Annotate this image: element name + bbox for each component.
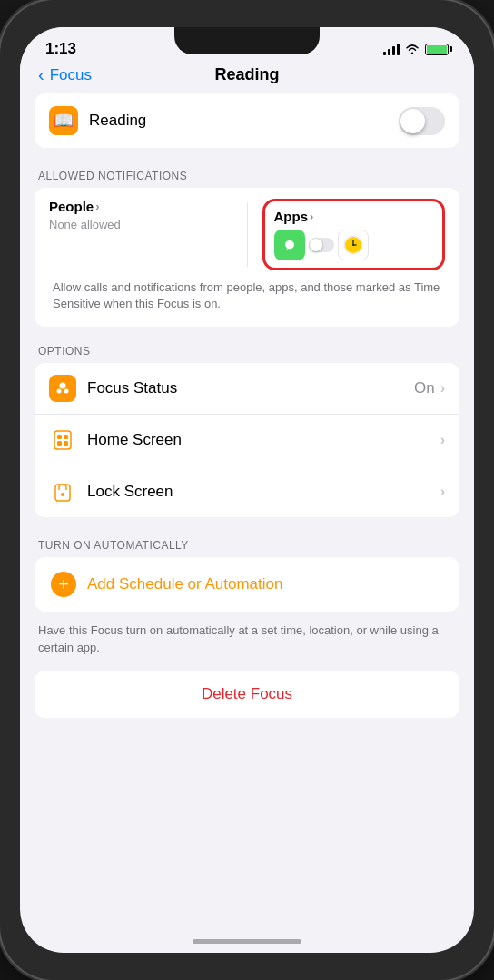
signal-bar-1 xyxy=(383,52,386,55)
svg-point-8 xyxy=(64,389,69,394)
svg-point-7 xyxy=(57,389,62,394)
reading-toggle-card: 📖 Reading xyxy=(35,93,459,148)
phone-frame: 1:13 xyxy=(0,0,494,980)
back-label: Focus xyxy=(50,66,92,84)
apps-column[interactable]: Apps › xyxy=(262,199,446,270)
options-label: OPTIONS xyxy=(35,330,459,363)
lock-screen-chevron-icon: › xyxy=(440,484,445,500)
clock-app-icon xyxy=(338,230,369,260)
lock-screen-icon xyxy=(49,478,76,505)
back-button[interactable]: ‹ Focus xyxy=(38,64,92,85)
notifications-row: People › None allowed Apps › xyxy=(49,199,445,270)
reading-toggle[interactable] xyxy=(399,107,445,135)
focus-status-label: Focus Status xyxy=(87,379,414,397)
notch xyxy=(174,27,320,54)
wifi-icon xyxy=(405,44,420,54)
home-screen-row[interactable]: Home Screen › xyxy=(35,415,459,466)
svg-rect-12 xyxy=(57,441,62,446)
svg-rect-9 xyxy=(54,431,71,449)
apps-toggle-icon xyxy=(309,238,334,252)
notif-divider xyxy=(247,202,248,267)
plus-icon: + xyxy=(51,572,76,597)
signal-bar-2 xyxy=(388,49,390,55)
apps-highlight-box: Apps › xyxy=(262,199,446,270)
signal-bar-4 xyxy=(397,44,400,55)
status-icons xyxy=(383,43,449,55)
people-column[interactable]: People › None allowed xyxy=(49,199,232,270)
people-subtitle: None allowed xyxy=(49,218,232,231)
delete-focus-text: Delete Focus xyxy=(202,685,292,702)
focus-status-row[interactable]: Focus Status On › xyxy=(35,363,459,415)
svg-rect-11 xyxy=(64,435,68,439)
lock-screen-row[interactable]: Lock Screen › xyxy=(35,466,459,517)
focus-status-chevron-icon: › xyxy=(440,380,445,397)
nav-bar: ‹ Focus Reading xyxy=(20,62,474,93)
people-chevron-icon: › xyxy=(95,200,99,213)
home-screen-chevron-icon: › xyxy=(440,432,445,448)
apps-title: Apps › xyxy=(274,209,434,224)
options-card: Focus Status On › H xyxy=(35,363,459,517)
turn-on-description: Have this Focus turn on automatically at… xyxy=(35,615,459,670)
svg-point-15 xyxy=(61,493,64,496)
reading-left: 📖 Reading xyxy=(49,106,146,135)
svg-rect-13 xyxy=(64,441,68,446)
svg-point-5 xyxy=(352,244,354,246)
reading-label: Reading xyxy=(89,112,146,130)
people-title: People › xyxy=(49,199,232,214)
turn-on-automatically-label: TURN ON AUTOMATICALLY xyxy=(35,524,459,557)
focus-status-value: On xyxy=(414,379,435,397)
back-chevron-icon: ‹ xyxy=(38,64,44,85)
home-indicator xyxy=(193,939,301,944)
toggle-thumb xyxy=(400,109,425,133)
content-area: 📖 Reading ALLOWED NOTIFICATIONS People xyxy=(20,93,474,937)
svg-point-6 xyxy=(60,383,66,389)
battery-fill xyxy=(427,45,447,54)
add-schedule-text: Add Schedule or Automation xyxy=(87,575,282,593)
delete-focus-card[interactable]: Delete Focus xyxy=(35,671,459,718)
reading-toggle-row: 📖 Reading xyxy=(35,93,459,148)
add-schedule-card[interactable]: + Add Schedule or Automation xyxy=(35,557,459,612)
notifications-card: People › None allowed Apps › xyxy=(35,188,459,327)
messages-app-icon xyxy=(274,230,305,260)
signal-bar-3 xyxy=(392,46,395,55)
apps-icons-row xyxy=(274,230,434,260)
battery-icon xyxy=(425,44,449,55)
focus-status-icon xyxy=(49,375,76,402)
book-icon: 📖 xyxy=(49,106,78,135)
phone-screen: 1:13 xyxy=(20,27,474,953)
home-screen-icon xyxy=(49,426,76,454)
home-screen-label: Home Screen xyxy=(87,431,440,449)
page-title: Reading xyxy=(214,65,279,84)
status-time: 1:13 xyxy=(45,40,76,58)
allowed-notifications-label: ALLOWED NOTIFICATIONS xyxy=(35,155,459,188)
apps-chevron-icon: › xyxy=(310,210,313,223)
notifications-description: Allow calls and notifications from peopl… xyxy=(49,270,445,316)
signal-bars-icon xyxy=(383,43,400,55)
svg-rect-10 xyxy=(57,435,62,439)
lock-screen-label: Lock Screen xyxy=(87,483,440,501)
